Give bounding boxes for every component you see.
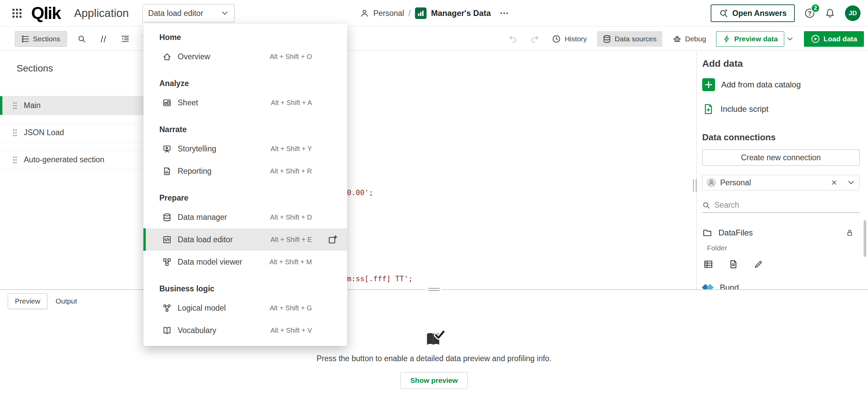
menu-item-shortcut: Alt + Shift + G (270, 304, 312, 312)
menu-item-logical-model[interactable]: Logical model Alt + Shift + G (143, 297, 347, 319)
toolbar-left: Sections (15, 27, 154, 51)
menu-item-data-manager[interactable]: Data manager Alt + Shift + D (143, 206, 347, 228)
right-panel-scrollbar[interactable] (864, 220, 866, 257)
edit-connection-button[interactable] (753, 259, 764, 270)
show-preview-button[interactable]: Show preview (400, 372, 468, 389)
connection-item-datafiles[interactable]: DataFiles (697, 225, 868, 241)
redo-button[interactable] (528, 32, 541, 46)
book-check-icon (423, 330, 445, 348)
data-model-viewer-icon (162, 257, 172, 267)
menu-group-home: Home (143, 30, 347, 44)
menu-item-shortcut: Alt + Shift + V (271, 327, 312, 334)
view-switcher-value: Data load editor (148, 9, 203, 18)
user-avatar[interactable]: JD (845, 5, 861, 21)
reporting-icon (162, 167, 172, 176)
clear-filter-button[interactable] (830, 179, 838, 187)
sections-toggle-label: Sections (33, 35, 60, 43)
section-item-label: Main (24, 101, 41, 110)
menu-item-data-model-viewer[interactable]: Data model viewer Alt + Shift + M (143, 251, 347, 273)
sections-toggle-button[interactable]: Sections (15, 31, 67, 47)
menu-item-label: Reporting (178, 167, 212, 176)
select-data-icon (703, 259, 713, 269)
data-connections-title: Data connections (702, 132, 776, 143)
breadcrumb-space[interactable]: Personal (373, 9, 404, 18)
add-data-panel: Add data Add from data catalog Include s… (696, 51, 868, 289)
connection-item-partial[interactable]: Bund (702, 280, 739, 289)
menu-item-sheet[interactable]: Sheet Alt + Shift + A (143, 91, 347, 114)
menu-item-label: Storytelling (178, 144, 216, 153)
app-thumbnail-icon (415, 7, 427, 19)
ellipsis-icon (499, 8, 509, 18)
menu-item-reporting[interactable]: Reporting Alt + Shift + R (143, 160, 347, 182)
tab-output[interactable]: Output (49, 293, 84, 309)
menu-item-label: Sheet (178, 98, 198, 107)
space-filter-dropdown[interactable]: Personal (702, 175, 860, 190)
comment-icon (99, 35, 108, 43)
menu-item-data-load-editor[interactable]: Data load editor Alt + Shift + E (143, 228, 347, 251)
add-from-catalog-label: Add from data catalog (721, 80, 801, 89)
storytelling-icon (162, 144, 172, 153)
open-answers-button[interactable]: Open Answers (711, 4, 795, 22)
view-switcher-menu: Home Overview Alt + Shift + O Analyze Sh… (143, 24, 347, 346)
menu-item-shortcut: Alt + Shift + A (271, 99, 312, 107)
connection-name: DataFiles (718, 228, 753, 238)
open-in-new-tab-button[interactable] (328, 234, 338, 245)
more-options-button[interactable] (499, 8, 509, 18)
space-person-icon (707, 178, 716, 187)
horizontal-splitter (0, 289, 868, 290)
menu-item-vocabulary[interactable]: Vocabulary Alt + Shift + V (143, 319, 347, 342)
preview-data-split-button: Preview data (716, 31, 795, 47)
preview-data-menu-button[interactable] (784, 31, 796, 47)
section-item-main[interactable]: Main (0, 96, 146, 115)
drag-handle-icon[interactable] (12, 128, 18, 137)
panel-resize-handle[interactable] (693, 179, 696, 192)
create-connection-label: Create new connection (741, 153, 821, 162)
close-icon (830, 179, 838, 187)
preview-empty-state: Press the button to enable a detailed da… (0, 330, 868, 389)
outdent-button[interactable] (118, 32, 132, 46)
connection-type: Folder (707, 244, 727, 252)
insert-script-button[interactable] (728, 259, 739, 270)
history-button[interactable]: History (550, 31, 589, 47)
preview-pane: Preview Output Press the button to enabl… (0, 290, 868, 413)
view-switcher-dropdown[interactable]: Data load editor (142, 4, 235, 22)
connection-search (702, 198, 860, 213)
product-label: Application (74, 7, 129, 20)
menu-item-label: Data manager (178, 213, 227, 222)
section-item-json-load[interactable]: JSON Load (0, 123, 146, 142)
tab-preview-label: Preview (15, 297, 40, 305)
toolbar-right: History Data sources Debug (506, 27, 864, 51)
preview-empty-message: Press the button to enable a detailed da… (0, 354, 868, 363)
comment-toggle-button[interactable] (97, 32, 110, 46)
tab-output-label: Output (56, 297, 77, 305)
menu-item-shortcut: Alt + Shift + R (270, 167, 312, 175)
debug-button[interactable]: Debug (670, 31, 708, 47)
menu-item-label: Data load editor (178, 235, 233, 244)
create-connection-button[interactable]: Create new connection (702, 149, 860, 166)
debug-label: Debug (685, 35, 706, 43)
menu-item-overview[interactable]: Overview Alt + Shift + O (143, 45, 347, 68)
select-data-button[interactable] (703, 259, 714, 270)
connection-search-input[interactable] (714, 201, 860, 210)
notifications-button[interactable] (825, 8, 835, 19)
menu-item-storytelling[interactable]: Storytelling Alt + Shift + Y (143, 138, 347, 160)
home-icon (162, 52, 172, 61)
header-left: Qlik Application Data load editor (0, 0, 235, 26)
data-sources-button[interactable]: Data sources (597, 31, 662, 47)
app-launcher-button[interactable] (10, 6, 24, 20)
search-script-button[interactable] (75, 32, 88, 46)
splitter-handle[interactable] (427, 287, 441, 292)
add-from-catalog-button[interactable]: Add from data catalog (702, 77, 801, 93)
load-data-button[interactable]: Load data (804, 31, 864, 47)
breadcrumb-app-name[interactable]: Manager's Data (431, 8, 491, 18)
drag-handle-icon[interactable] (12, 156, 18, 164)
section-item-auto-generated[interactable]: Auto-generated section (0, 150, 146, 169)
preview-data-button[interactable]: Preview data (716, 31, 784, 47)
drag-handle-icon[interactable] (12, 101, 18, 110)
tab-preview[interactable]: Preview (8, 293, 47, 309)
include-script-button[interactable]: Include script (702, 102, 768, 117)
include-script-label: Include script (721, 104, 768, 114)
vocabulary-icon (162, 326, 172, 335)
undo-button[interactable] (506, 32, 520, 46)
help-button[interactable]: ? 2 (804, 8, 815, 19)
